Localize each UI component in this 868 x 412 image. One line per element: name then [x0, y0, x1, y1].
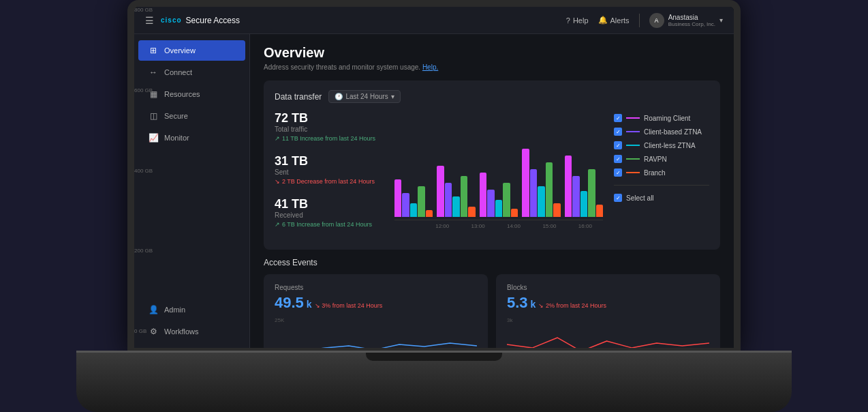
alerts-button[interactable]: 🔔 Alerts	[598, 16, 630, 25]
legend-clientless-ztna[interactable]: ✓ Client-less ZTNA	[614, 141, 709, 149]
cisco-logo: cisco	[161, 16, 182, 24]
total-traffic-stat: 72 TB Total traffic ↗ 11 TB Increase fro…	[275, 111, 384, 142]
dropdown-arrow-icon: ▾	[391, 93, 394, 100]
up-arrow-icon: ↗	[275, 135, 280, 142]
topbar-divider	[639, 14, 640, 27]
bar-group-2	[437, 166, 475, 217]
bar-group-5	[565, 156, 603, 217]
legend-client-based-ztna[interactable]: ✓ Client-based ZTNA	[614, 128, 709, 136]
topbar: ☰ cisco Secure Access ? Help 🔔 Alerts	[134, 7, 734, 34]
legend-label-all: Select all	[626, 194, 654, 202]
requests-y-label: 25K	[275, 317, 284, 323]
bar-clztna-2	[452, 196, 459, 217]
logo-area: cisco Secure Access	[161, 16, 240, 25]
sent-value: 31 TB	[275, 154, 384, 168]
help-link[interactable]: Help.	[422, 63, 438, 71]
main-layout: ⊞ Overview ↔ Connect ▦ Resources ◫ Secur…	[134, 34, 734, 348]
total-traffic-change: ↗ 11 TB Increase from last 24 Hours	[275, 135, 384, 142]
x-label-1600: 16:00	[568, 223, 603, 229]
legend-ravpn[interactable]: ✓ RAVPN	[614, 155, 709, 163]
legend-label-clztna: Client-less ZTNA	[644, 142, 696, 149]
legend-line-ravpn	[626, 158, 640, 160]
bar-branch-4	[553, 203, 560, 217]
bars-container	[394, 111, 603, 220]
topbar-right: ? Help 🔔 Alerts A Anastasia	[566, 13, 723, 28]
bar-clztna-1	[410, 203, 417, 217]
legend-checkbox-branch: ✓	[614, 168, 622, 177]
blocks-label: Blocks	[507, 284, 709, 291]
user-info: Anastasia Business Corp, Inc.	[668, 14, 715, 27]
bar-ravpn-2	[461, 176, 467, 217]
bar-clztna-3	[495, 200, 502, 217]
bar-rc-5	[565, 156, 572, 217]
legend-roaming-client[interactable]: ✓ Roaming Client	[614, 114, 709, 122]
received-change: ↗ 6 TB Increase from last 24 Hours	[275, 221, 384, 228]
legend-checkbox-ravpn: ✓	[614, 155, 622, 163]
data-transfer-title: Data transfer	[275, 92, 322, 102]
bar-rc-4	[522, 149, 529, 217]
bar-rc-1	[394, 179, 401, 217]
total-traffic-value: 72 TB	[275, 111, 384, 126]
chevron-down-icon: ▾	[719, 16, 723, 24]
user-menu[interactable]: A Anastasia Business Corp, Inc. ▾	[649, 13, 723, 28]
bar-cbztna-2	[445, 183, 452, 217]
legend-checkbox-cbztna: ✓	[614, 128, 622, 136]
requests-label: Requests	[275, 284, 477, 291]
blocks-change: ↘ 2% from last 24 Hours	[538, 302, 606, 309]
avatar: A	[649, 13, 664, 28]
bar-group-3	[480, 173, 518, 217]
legend-branch[interactable]: ✓ Branch	[614, 168, 709, 177]
stats-column: 72 TB Total traffic ↗ 11 TB Increase fro…	[275, 111, 384, 240]
sent-change: ↘ 2 TB Decrease from last 24 Hours	[275, 178, 384, 185]
help-button[interactable]: ? Help	[566, 16, 589, 25]
bar-group-4	[522, 149, 560, 217]
laptop-screen: ☰ cisco Secure Access ? Help 🔔 Alerts	[127, 0, 741, 355]
legend-select-all[interactable]: ✓ Select all	[614, 194, 709, 202]
x-label-1200: 12:00	[424, 223, 460, 229]
legend-checkbox-rc: ✓	[614, 114, 622, 122]
total-traffic-label: Total traffic	[275, 126, 384, 133]
legend-label-cbztna: Client-based ZTNA	[644, 128, 702, 136]
sent-label: Sent	[275, 168, 384, 176]
data-transfer-body: 72 TB Total traffic ↗ 11 TB Increase fro…	[275, 111, 709, 240]
sidebar-label-connect: Connect	[164, 68, 192, 76]
bar-cbztna-3	[487, 190, 494, 217]
legend-divider	[614, 185, 709, 186]
page-title: Overview	[264, 45, 720, 61]
bar-rc-3	[480, 173, 486, 217]
data-transfer-card: Data transfer 🕐 Last 24 Hours ▾	[264, 80, 720, 250]
bar-ravpn-3	[503, 183, 510, 217]
bar-clztna-4	[538, 186, 544, 217]
time-filter-button[interactable]: 🕐 Last 24 Hours ▾	[328, 90, 400, 103]
bar-clztna-5	[580, 191, 587, 217]
requests-chart-card: Requests 49.5k ↘ 3% from last 24 Hours 2…	[264, 274, 488, 348]
legend-line-rc	[626, 117, 640, 119]
bar-ravpn-4	[546, 162, 553, 217]
bar-branch-3	[511, 209, 518, 217]
app-container: ☰ cisco Secure Access ? Help 🔔 Alerts	[134, 7, 734, 348]
sidebar-label-secure: Secure	[164, 112, 188, 120]
bar-group-1	[394, 179, 433, 217]
blocks-y-label: 3k	[507, 317, 512, 323]
legend-checkbox-clztna: ✓	[614, 141, 622, 149]
bar-cbztna-1	[402, 193, 409, 217]
bar-chart-area: 800 GB 600 GB 400 GB 200 GB 0 GB	[394, 111, 603, 240]
legend-label-branch: Branch	[644, 169, 666, 177]
legend-label-rc: Roaming Client	[644, 115, 690, 122]
received-value: 41 TB	[275, 197, 384, 211]
access-events-charts: Requests 49.5k ↘ 3% from last 24 Hours 2…	[264, 274, 720, 348]
requests-value: 49.5k	[275, 294, 312, 312]
app-name: Secure Access	[186, 16, 240, 25]
sidebar-label-workflows: Workflows	[164, 327, 199, 336]
bar-branch-1	[426, 210, 433, 217]
requests-change: ↘ 3% from last 24 Hours	[315, 302, 383, 309]
chart-legend: ✓ Roaming Client ✓ Client-based ZTNA	[614, 111, 709, 240]
up-arrow-icon2: ↗	[275, 221, 280, 228]
received-stat: 41 TB Received ↗ 6 TB Increase from last…	[275, 197, 384, 228]
help-icon: ?	[566, 16, 570, 25]
laptop-notch	[366, 353, 502, 361]
blocks-line-chart	[507, 317, 709, 348]
legend-checkbox-all: ✓	[614, 194, 622, 202]
blocks-chart-card: Blocks 5.3k ↘ 2% from last 24 Hours 3k	[496, 274, 720, 348]
page-subtitle: Address security threats and monitor sys…	[264, 63, 720, 71]
